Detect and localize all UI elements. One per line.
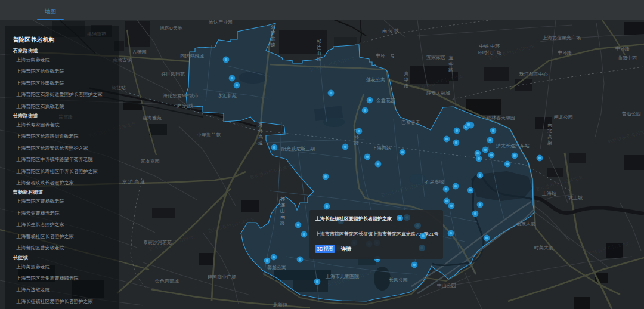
svg-text:上海站: 上海站 — [541, 191, 556, 196]
svg-text:金鑫花园: 金鑫花园 — [376, 98, 395, 103]
svg-text:富友嘉园: 富友嘉园 — [141, 159, 160, 164]
svg-text:真华路: 真华路 — [404, 71, 409, 88]
svg-text:上海西站: 上海西站 — [371, 146, 391, 151]
svg-text:同运理想城: 同运理想城 — [180, 54, 204, 59]
svg-text:鲁迅公园: 鲁迅公园 — [622, 111, 641, 116]
svg-text:效达产业园: 效达产业园 — [209, 20, 233, 25]
svg-text:环时代广场: 环时代广场 — [477, 50, 501, 55]
svg-text:莲花公寓: 莲花公寓 — [366, 77, 385, 82]
svg-text:曲阳中西: 曲阳中西 — [618, 55, 637, 61]
svg-text:中星海兰苑: 中星海兰苑 — [197, 132, 221, 138]
svg-text:嘉海雅苑: 嘉海雅苑 — [143, 115, 162, 120]
svg-text:沪太长途汽车站: 沪太长途汽车站 — [496, 143, 530, 149]
svg-text:沪 宁 线: 沪 宁 线 — [176, 103, 193, 109]
svg-text:宜家家居: 宜家家居 — [426, 55, 445, 60]
svg-text:京 沪 高 速: 京 沪 高 速 — [122, 179, 145, 184]
svg-text:外环高速: 外环高速 — [258, 122, 263, 146]
svg-text:石泉春晓: 石泉春晓 — [425, 179, 445, 184]
svg-text:城上城: 城上城 — [568, 195, 583, 200]
svg-text:中铁-中环: 中铁-中环 — [479, 44, 500, 49]
svg-text:旭辉U天地: 旭辉U天地 — [160, 26, 182, 31]
svg-text:古猗园: 古猗园 — [132, 50, 147, 55]
svg-text:北新泾: 北新泾 — [273, 302, 287, 308]
svg-text:珠江创意中心: 珠江创意中心 — [519, 72, 548, 77]
svg-text:创展大厦: 创展大厦 — [516, 221, 535, 227]
svg-text:永汇新苑: 永汇新苑 — [218, 93, 237, 98]
svg-text:海伦堡爱ME城市: 海伦堡爱ME城市 — [163, 93, 199, 98]
svg-text:长风公园: 长风公园 — [389, 277, 408, 283]
svg-text:真华路: 真华路 — [448, 55, 454, 73]
svg-text:祁连山南路: 祁连山南路 — [280, 196, 286, 225]
svg-text:金色西郊城: 金色西郊城 — [154, 279, 179, 284]
svg-text:外环高速: 外环高速 — [270, 24, 275, 48]
svg-text:上海市儿童医院: 上海市儿童医院 — [325, 274, 359, 279]
svg-text:南 何 线: 南 何 线 — [382, 28, 399, 33]
svg-text:中山公园: 中山公园 — [437, 283, 456, 288]
svg-text:好世凤翔苑: 好世凤翔苑 — [161, 72, 185, 77]
svg-text:时美大厦: 时美大厦 — [534, 245, 553, 251]
svg-text:泰宸沙河茗苑: 泰宸沙河茗苑 — [143, 240, 172, 245]
svg-text:南北高架: 南北高架 — [547, 122, 553, 146]
svg-text:中环路: 中环路 — [558, 50, 572, 55]
svg-text:上海协信星光广场: 上海协信星光广场 — [542, 35, 581, 41]
svg-text:闸北公园: 闸北公园 — [554, 115, 573, 120]
svg-text:中环一号: 中环一号 — [376, 53, 395, 58]
svg-text:阳光威尼斯三期: 阳光威尼斯三期 — [281, 146, 315, 152]
svg-text:巴黎春天: 巴黎春天 — [401, 120, 420, 125]
svg-text:祁连山路: 祁连山路 — [317, 39, 321, 62]
svg-text:欧林春天馨园: 欧林春天馨园 — [487, 115, 515, 120]
svg-text:中环路: 中环路 — [615, 46, 630, 51]
svg-text:馨越公寓: 馨越公寓 — [267, 265, 286, 270]
svg-text:静安大融城: 静安大融城 — [426, 91, 450, 96]
svg-text:建国商业广场: 建国商业广场 — [208, 274, 236, 280]
